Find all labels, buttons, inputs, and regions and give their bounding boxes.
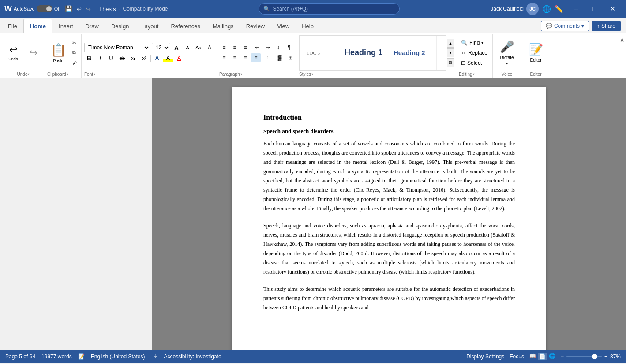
style-toc5[interactable]: TOC 5 [300,36,339,70]
print-layout-button[interactable]: 📄 [538,353,547,360]
tab-draw[interactable]: Draw [79,19,105,33]
web-layout-button[interactable]: 🌐 [549,353,555,360]
replace-button[interactable]: ↔ Replace [459,48,490,57]
find-button[interactable]: 🔍 Find ▾ [459,38,490,47]
highlight-button[interactable]: A [163,54,173,63]
styles-content: TOC 5 Heading 1 Heading 2 ▲ ▼ ⊞ [299,34,454,71]
font-color-button[interactable]: A [174,54,184,63]
redo-button[interactable]: ↪ [24,39,43,67]
underline-button[interactable]: U [106,54,116,63]
paragraph-group-label: Paragraph ▾ [219,71,295,78]
globe-icon[interactable]: 🌐 [542,5,551,13]
accessibility-label[interactable]: Accessibility: Investigate [164,353,221,360]
editor-button[interactable]: 📝 Editor [526,39,546,67]
doc-page: Introduction Speech and speech disorders… [232,87,546,350]
italic-button[interactable]: I [95,54,105,63]
tab-help[interactable]: Help [296,19,320,33]
zoom-level[interactable]: 87% [610,353,621,360]
clear-format-button[interactable]: A [205,43,214,52]
restore-button[interactable]: □ [585,2,603,16]
align-center-button[interactable]: ≡ [230,53,240,62]
clipboard-expand-icon: ▾ [67,72,68,76]
zoom-in-button[interactable]: + [604,353,607,360]
decrease-font-button[interactable]: A [183,43,192,52]
superscript-button[interactable]: x² [139,54,149,63]
paste-button[interactable]: 📋 Paste [47,39,69,67]
change-case-button[interactable]: Aa [194,43,203,52]
page-info[interactable]: Page 5 of 64 [5,353,35,360]
font-size-selector[interactable]: 12 [152,43,170,52]
tab-references[interactable]: References [165,19,206,33]
comments-button[interactable]: 💬 Comments ▾ [541,21,589,31]
justify-button[interactable]: ≡ [251,53,261,62]
zoom-slider[interactable] [566,356,602,357]
style-heading2[interactable]: Heading 2 [388,36,437,70]
read-mode-button[interactable]: 📖 [529,353,536,360]
editing-group-label: Editing ▾ [459,71,490,78]
font-name-selector[interactable]: Times New Roman [84,43,150,52]
cut-button[interactable]: ✂ [70,39,79,48]
para-row1: ≡ ≡ ≡ ⇐ ⇒ ↕ ¶ [219,43,295,52]
autosave-switch[interactable] [37,5,52,12]
share-button[interactable]: ↑ Share [592,21,621,31]
autosave-toggle[interactable]: W AutoSave Off [4,4,60,14]
numbering-button[interactable]: ≡ [230,43,240,52]
sidebar [0,78,152,350]
close-button[interactable]: ✕ [604,2,622,16]
font-row1: Times New Roman 12 A A Aa A [84,43,214,52]
borders-button[interactable]: ⊞ [285,53,295,62]
tab-mailings[interactable]: Mailings [206,19,240,33]
pen-icon[interactable]: ✏️ [555,5,563,13]
minimize-button[interactable]: ─ [567,2,585,16]
align-right-button[interactable]: ≡ [240,53,250,62]
dictate-button[interactable]: 🎤 Dictate ▾ [497,39,517,67]
voice-content: 🎤 Dictate ▾ [497,34,517,71]
word-count[interactable]: 19977 words [41,353,72,360]
title-bar-center: 🔍 Search (Alt+Q) [172,3,487,15]
show-para-button[interactable]: ¶ [284,43,294,52]
doc-scroll-area[interactable]: Introduction Speech and speech disorders… [152,78,626,350]
select-button[interactable]: ⊡ Select ~ [459,59,490,67]
tab-view[interactable]: View [271,19,296,33]
display-settings-button[interactable]: Display Settings [466,353,504,360]
bold-button[interactable]: B [84,54,94,63]
language[interactable]: English (United States) [91,353,145,360]
multilevel-button[interactable]: ≡ [240,43,250,52]
tab-insert[interactable]: Insert [52,19,79,33]
shading-button[interactable]: ▓ [275,53,285,62]
text-effects-button[interactable]: A [152,54,162,63]
tab-design[interactable]: Design [105,19,135,33]
tab-layout[interactable]: Layout [135,19,165,33]
redo-title-icon[interactable]: ↪ [86,6,91,12]
styles-expand[interactable]: ⊞ [447,58,454,67]
align-left-button[interactable]: ≡ [219,53,229,62]
decrease-indent-button[interactable]: ⇐ [252,43,262,52]
tab-home[interactable]: Home [23,19,52,33]
format-painter-button[interactable]: 🖌 [70,58,79,67]
tab-file[interactable]: File [2,19,23,33]
save-icon[interactable]: 💾 [65,5,72,12]
styles-scroll-down[interactable]: ▼ [447,48,454,57]
copy-icon: ⧉ [72,50,76,56]
search-box[interactable]: 🔍 Search (Alt+Q) [259,3,400,15]
undo-button[interactable]: ↩ Undo [4,39,23,67]
increase-indent-button[interactable]: ⇒ [263,43,273,52]
zoom-out-button[interactable]: − [561,353,564,360]
style-heading1[interactable]: Heading 1 [339,36,388,70]
line-spacing-button[interactable]: ↕ [263,53,273,62]
avatar: JC [526,3,539,15]
bullets-button[interactable]: ≡ [219,43,229,52]
paragraph-1: Each human language consists of a set of… [263,139,515,213]
copy-button[interactable]: ⧉ [70,48,79,57]
tab-review[interactable]: Review [240,19,271,33]
undo-title-icon[interactable]: ↩ [77,6,82,12]
collapse-ribbon[interactable]: ∧ [620,34,624,78]
focus-button[interactable]: Focus [510,353,524,360]
intro-heading: Introduction [263,114,515,122]
undo-label: Undo [8,57,18,61]
increase-font-button[interactable]: A [172,43,181,52]
strikethrough-button[interactable]: ab [117,54,127,63]
sort-button[interactable]: ↕ [274,43,283,52]
styles-scroll-up[interactable]: ▲ [447,39,454,48]
subscript-button[interactable]: x₂ [128,54,138,63]
